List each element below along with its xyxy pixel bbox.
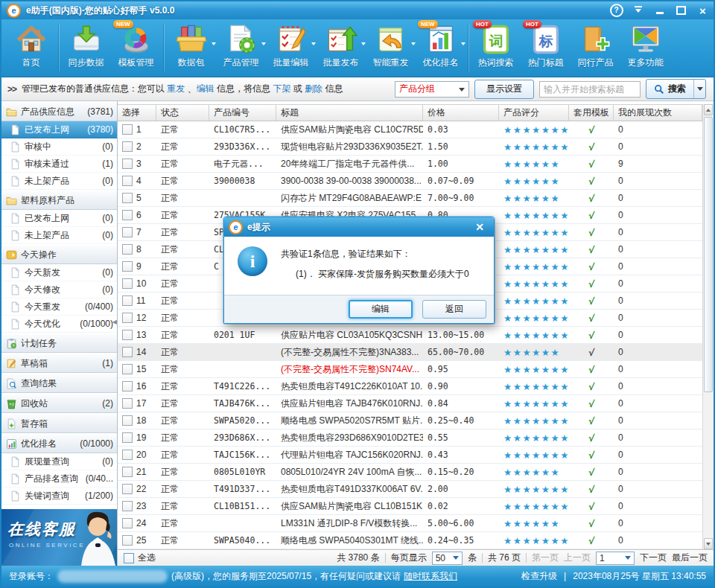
sidebar-item-keyword-query[interactable]: 关键词查询(1/200) [1,488,117,505]
table-row[interactable]: 4正常390000383900-0038 39-00-0038 39000038… [118,173,702,190]
toolbar-publish[interactable]: 批量发布 [316,22,366,74]
sidebar-item-plastic-published[interactable]: 已发布上网(0) [1,210,117,227]
online-service-banner[interactable]: 在线客服 ONLINE SERVICE [1,509,117,566]
row-checkbox[interactable] [122,295,133,306]
row-checkbox[interactable] [122,501,133,511]
search-input[interactable] [539,81,641,98]
table-row[interactable]: 23正常CL10B151...供应SAM贴片陶瓷电容 CL10B151K...0… [118,498,702,515]
sidebar-header-query-results[interactable]: 查询结果 [1,374,117,393]
toolbar-resend[interactable]: 智能重发 [366,22,416,74]
column-header-7[interactable]: 套用模板 [569,105,614,121]
search-button[interactable]: 搜索 [646,79,706,99]
row-checkbox[interactable] [122,124,133,135]
row-checkbox[interactable] [122,313,133,323]
sidebar-header-plan-tasks[interactable]: 计划任务 [1,333,117,353]
row-checkbox[interactable] [122,415,133,426]
column-header-3[interactable]: 产品编号 [209,105,276,121]
sidebar-item-today-modified[interactable]: 今天修改(0) [1,281,117,298]
dialog-close-button[interactable]: ✕ [470,220,489,234]
last-page-button[interactable]: 最后一页 [672,552,708,564]
row-checkbox[interactable] [122,278,133,289]
toolbar-sync[interactable]: 同步数据 [61,22,111,74]
row-checkbox[interactable] [122,347,133,357]
page-number-select[interactable]: 1 [596,552,635,565]
column-header-8[interactable]: 我的展现次数 [614,105,702,121]
skin-button[interactable] [627,1,649,19]
row-checkbox[interactable] [122,176,133,186]
table-row[interactable]: 1正常CL10C7R5...供应SAM贴片陶瓷电容 CL10C7R5D...0.… [118,121,702,138]
next-page-button[interactable]: 下一页 [640,552,667,564]
sidebar-item-today-new[interactable]: 今天新发(0) [1,264,117,281]
row-checkbox[interactable] [122,210,133,220]
contact-us-link[interactable]: 随时联系我们 [404,570,457,583]
infobar-link[interactable]: 下架 [273,83,290,94]
row-checkbox[interactable] [122,193,133,203]
help-button[interactable]: ? [606,1,627,19]
sidebar-item-today-resend[interactable]: 今天重发(0/400) [1,298,117,316]
sidebar-header-temp-box[interactable]: 暂存箱 [1,414,117,433]
column-header-2[interactable]: 状态 [156,105,209,121]
table-row[interactable]: 19正常293D686X...热卖钽质电容293D686X9010D2TE3..… [118,429,702,447]
toolbar-hotword[interactable]: 词HOT热词搜索 [471,22,521,74]
sidebar-header-optimize-rank[interactable]: 优化排名(0/1000) [1,434,117,453]
minimize-button[interactable] [649,1,670,19]
table-row[interactable]: 25正常SWPA5040...顺络电感 SWPA5040S301MT 绕线...… [118,532,702,549]
sidebar-header-today-operations[interactable]: 今天操作 [1,245,117,264]
infobar-link[interactable]: 删除 [305,83,322,94]
table-row[interactable]: 24正常LM331N 通孔DIP-8 F/V模数转换...5.00~6.00★★… [118,515,702,532]
table-row[interactable]: 14正常(不完整-交易属性不完整)3NA383...65.00~70.00★★★… [118,344,702,361]
scrollbar-thumb[interactable] [704,117,713,392]
row-checkbox[interactable] [122,330,133,340]
sidebar-collapse-handle[interactable]: ◀ [112,319,117,325]
display-settings-button[interactable]: 显示设置 [474,80,534,99]
toolbar-product[interactable]: 产品管理 [216,22,266,74]
sidebar-item-today-optimize[interactable]: 今天优化(0/1000) [1,316,117,333]
row-checkbox[interactable] [122,227,133,237]
row-checkbox[interactable] [122,159,133,169]
table-row[interactable]: 21正常0805L010YR0805L010/24YR 24V 100mA 自恢… [118,464,702,481]
infobar-link[interactable]: 编辑 [197,83,214,94]
toolbar-peer[interactable]: 同行产品 [571,22,620,74]
product-group-select[interactable]: 产品分组 [395,81,469,98]
toolbar-hottitle[interactable]: 标HOT热门标题 [521,22,571,74]
row-checkbox[interactable] [122,467,133,477]
toolbar-package[interactable]: 数据包 [166,22,216,74]
select-all-checkbox[interactable] [124,553,134,563]
vertical-scrollbar[interactable] [702,104,714,549]
edit-button[interactable]: 编辑 [349,300,413,319]
table-row[interactable]: 16正常T491C226...热卖钽质电容T491C226K010AT 10..… [118,378,702,395]
table-row[interactable]: 3正常电子元器...20年终端工厂指定电子元器件供...1.00★★★★★★√9 [118,156,702,173]
row-checkbox[interactable] [122,244,133,255]
column-header-1[interactable]: 选择 [118,105,156,121]
sidebar-item-plastic-not-listed[interactable]: 未上架产品(0) [1,227,117,244]
sidebar-item-under-review[interactable]: 审核中(0) [1,138,117,156]
close-button[interactable]: × [692,1,714,19]
maximize-button[interactable] [670,1,692,19]
table-row[interactable]: 15正常(不完整-交易属性不完整)SN74AV...0.95★★★★★★★√0 [118,361,702,378]
sidebar-item-product-rank-query[interactable]: 产品排名查询(0/40... [1,470,117,488]
sidebar-item-published-online[interactable]: 已发布上网(3780) [1,121,117,138]
sidebar-item-impression-query[interactable]: 展现量查询(0) [1,453,117,470]
column-header-4[interactable]: 标题 [276,105,423,121]
table-row[interactable]: 2正常293D336X...现货钽电容贴片293D336X9035E2T...1… [118,138,702,156]
sidebar-header-draft-box[interactable]: 草稿箱(1) [1,354,117,373]
back-button[interactable]: 返回 [422,300,486,319]
toolbar-optimize[interactable]: NEW优化排名 [416,22,465,74]
check-update-link[interactable]: 检查升级 [521,570,557,583]
select-all[interactable]: 全选 [124,552,156,564]
row-checkbox[interactable] [122,484,133,494]
row-checkbox[interactable] [122,364,133,374]
scroll-down-button[interactable] [704,538,713,549]
row-checkbox[interactable] [122,398,133,409]
sidebar-header-recycle-bin[interactable]: 回收站(2) [1,394,117,413]
sidebar-header-product-supply-info[interactable]: 产品供应信息(3781) [1,102,117,121]
row-checkbox[interactable] [122,450,133,460]
toolbar-template[interactable]: NEW模板管理 [111,22,161,74]
per-page-select[interactable]: 50 [432,552,463,565]
sidebar-item-review-failed[interactable]: 审核未通过(1) [1,156,117,173]
prev-page-button[interactable]: 上一页 [564,552,591,564]
scroll-up-button[interactable] [704,104,713,115]
column-header-6[interactable]: 产品评分 [499,105,569,121]
toolbar-edit[interactable]: 批量编辑 [266,22,316,74]
first-page-button[interactable]: 第一页 [532,552,559,564]
